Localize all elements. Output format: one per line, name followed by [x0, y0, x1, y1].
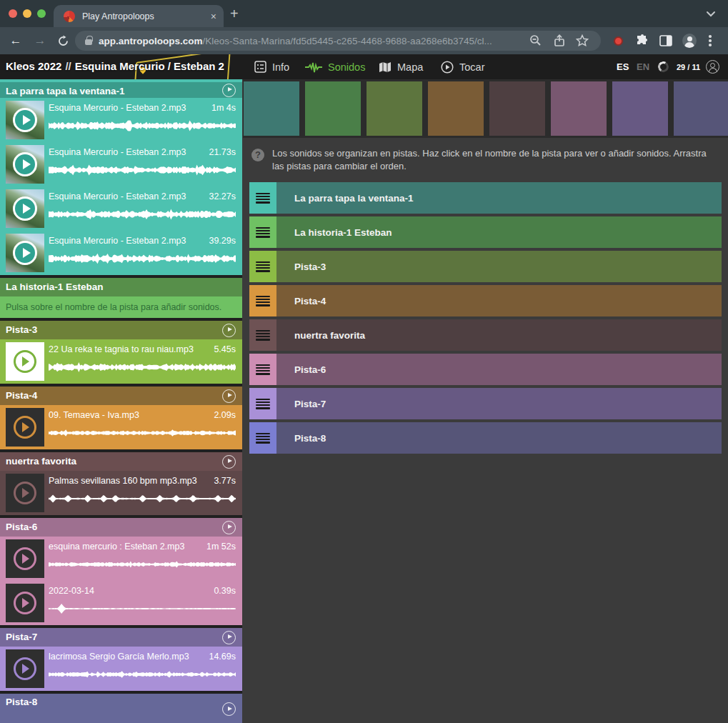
audio-clip[interactable]: 22 Ua reka te tagnia to rau niau.mp35.45… [0, 339, 242, 384]
window-minimize-button[interactable] [23, 9, 31, 18]
drag-handle[interactable] [249, 182, 276, 214]
account-icon[interactable] [706, 60, 719, 74]
clip-play-button[interactable] [13, 108, 37, 132]
tab-mapa[interactable]: Mapa [379, 54, 423, 79]
lang-es[interactable]: ES [617, 61, 629, 72]
audio-clip[interactable]: Esquina Mercurio - Esteban 2.mp321.73s [0, 142, 242, 186]
tab-sonidos[interactable]: Sonidos [305, 54, 365, 79]
track-header[interactable]: La parra tapa la ventana-1 [0, 79, 242, 98]
audio-clip[interactable]: Esquina Mercurio - Esteban 2.mp31m 4s [0, 98, 242, 142]
bookmark-star-icon[interactable] [576, 34, 589, 47]
track-header[interactable]: Pista-8 [0, 694, 242, 723]
window-close-button[interactable] [9, 9, 17, 18]
lock-icon[interactable] [85, 39, 92, 45]
track-play-button[interactable] [222, 455, 236, 469]
track-row-body[interactable]: Pista-3 [276, 251, 722, 282]
audio-clip[interactable]: esquina mercurio : Esteban 2.mp31m 52s [0, 537, 242, 581]
forward-icon[interactable]: → [31, 34, 49, 48]
track-row[interactable]: nuertra favorita [249, 319, 722, 351]
audio-clip[interactable]: lacrimosa Sergio García Merlo.mp314.69s [0, 647, 242, 691]
clip-duration: 5.45s [214, 344, 236, 354]
clip-thumbnail[interactable] [6, 539, 44, 578]
drag-handle[interactable] [249, 285, 276, 316]
profile-avatar[interactable] [682, 34, 697, 48]
tab-tocar[interactable]: Tocar [441, 54, 484, 79]
track-row[interactable]: Pista-7 [249, 388, 722, 419]
clip-thumbnail[interactable] [6, 101, 44, 139]
lang-en[interactable]: EN [637, 61, 649, 72]
track-play-button[interactable] [222, 389, 236, 403]
window-zoom-button[interactable] [37, 9, 46, 18]
clip-thumbnail[interactable] [6, 649, 44, 688]
share-icon[interactable] [554, 34, 565, 47]
audio-clip[interactable]: 09. Temaeva - Iva.mp32.09s [0, 405, 242, 449]
clip-play-button[interactable] [13, 241, 37, 265]
reload-icon[interactable] [57, 35, 69, 47]
track-row[interactable]: Pista-3 [249, 251, 722, 282]
clip-thumbnail[interactable] [6, 408, 44, 447]
track-row-body[interactable]: La parra tapa la ventana-1 [276, 182, 722, 214]
clip-play-button[interactable] [14, 592, 36, 614]
track-play-button[interactable] [222, 631, 236, 644]
drag-handle[interactable] [249, 354, 276, 385]
track-header[interactable]: Pista-3 [0, 321, 242, 339]
clip-play-button[interactable] [14, 482, 36, 504]
track-row[interactable]: Pista-8 [249, 422, 722, 454]
back-icon[interactable]: ← [7, 34, 24, 48]
track-header[interactable]: Pista-6 [0, 518, 242, 537]
zoom-out-icon[interactable] [529, 34, 542, 46]
clip-play-button[interactable] [14, 416, 36, 439]
clip-play-button[interactable] [14, 547, 36, 570]
track-header[interactable]: nuertra favorita [0, 452, 242, 471]
tab-close-icon[interactable]: × [211, 11, 216, 21]
track-row[interactable]: La historia-1 Esteban [249, 216, 722, 248]
track-play-button[interactable] [222, 84, 236, 97]
clip-thumbnail[interactable] [6, 145, 44, 184]
drag-handle[interactable] [249, 319, 276, 351]
track-row-body[interactable]: Pista-4 [276, 285, 722, 316]
track-swatch [244, 81, 299, 136]
extensions-puzzle-icon[interactable] [636, 34, 649, 47]
clip-thumbnail[interactable] [6, 474, 44, 512]
track-row-body[interactable]: nuertra favorita [276, 319, 722, 351]
track-play-button[interactable] [222, 702, 236, 716]
track-header[interactable]: Pista-4 [0, 387, 242, 405]
track-row[interactable]: Pista-4 [249, 285, 722, 316]
tab-search-chevron-icon[interactable] [706, 11, 716, 17]
clip-play-button[interactable] [14, 350, 36, 373]
track-play-button[interactable] [222, 324, 236, 337]
new-tab-icon[interactable]: + [230, 6, 239, 21]
audio-clip[interactable]: Palmas sevillanas 160 bpm mp3.mp33.77s [0, 471, 242, 515]
track-row[interactable]: La parra tapa la ventana-1 [249, 182, 722, 214]
track-header[interactable]: La historia-1 Esteban [0, 278, 242, 296]
clip-thumbnail[interactable] [6, 189, 44, 228]
audio-clip[interactable]: 2022-03-140.39s [0, 581, 242, 625]
track-row[interactable]: Pista-6 [249, 354, 722, 385]
clip-play-button[interactable] [14, 657, 36, 680]
url-bar[interactable]: app.antropoloops.com/Kleos-Santa-Marina/… [75, 31, 601, 51]
track-play-button[interactable] [222, 521, 236, 534]
clip-play-button[interactable] [13, 152, 37, 176]
audio-clip[interactable]: Esquina Mercurio - Esteban 2.mp339.29s [0, 231, 242, 275]
track-row-label: Pista-4 [276, 296, 326, 306]
drag-handle[interactable] [249, 422, 276, 454]
track-row-body[interactable]: Pista-8 [276, 422, 722, 454]
clip-thumbnail[interactable] [6, 234, 44, 272]
track-row-body[interactable]: La historia-1 Esteban [276, 216, 722, 248]
audio-clip[interactable]: Esquina Mercurio - Esteban 2.mp332.27s [0, 186, 242, 231]
tab-info[interactable]: Info [254, 54, 289, 79]
track-row-body[interactable]: Pista-7 [276, 388, 722, 419]
drag-handle[interactable] [249, 388, 276, 419]
record-extension-icon[interactable] [614, 36, 623, 46]
track-row-body[interactable]: Pista-6 [276, 354, 722, 385]
drag-handle[interactable] [249, 251, 276, 282]
clip-thumbnail[interactable] [6, 342, 44, 381]
track-header[interactable]: Pista-7 [0, 628, 242, 647]
side-panel-icon[interactable] [659, 35, 672, 46]
browser-tab[interactable]: Play Antropoloops × [54, 5, 224, 27]
clip-thumbnail[interactable] [6, 584, 44, 622]
clip-play-button[interactable] [13, 196, 37, 221]
browser-menu-icon[interactable] [709, 39, 712, 42]
clip-title: Esquina Mercurio - Esteban 2.mp3 [49, 236, 190, 246]
drag-handle[interactable] [249, 216, 276, 248]
